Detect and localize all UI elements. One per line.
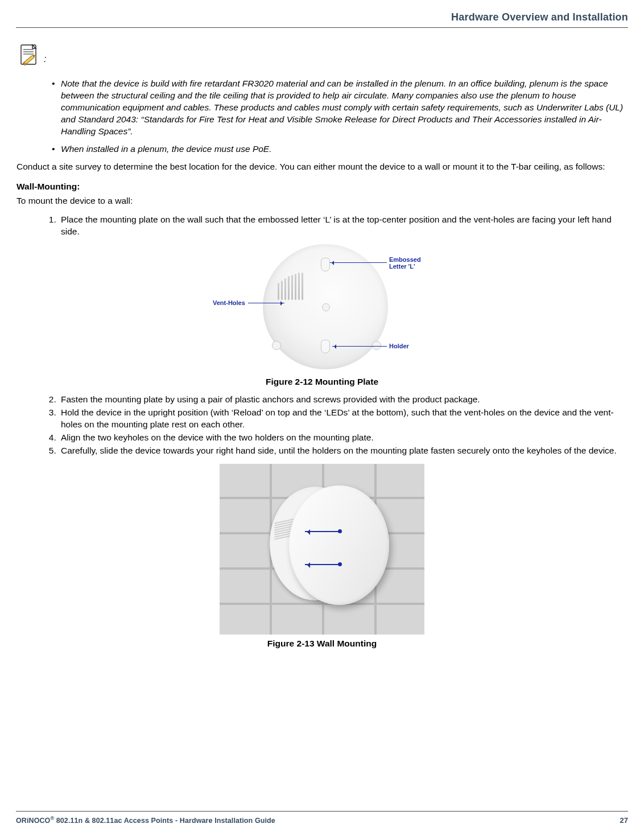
mounting-plate-diagram: Vent-Holes Embossed Letter 'L' Holder: [203, 244, 441, 373]
wall-steps-part2: Fasten the mounting plate by using a pai…: [16, 394, 628, 457]
intro-paragraph: Conduct a site survey to determine the b…: [16, 161, 628, 173]
vent-holes-graphic: [278, 273, 305, 300]
callout-label: Letter 'L': [389, 263, 415, 270]
running-header: Hardware Overview and Installation: [16, 10, 628, 27]
step-item: Align the two keyholes on the device wit…: [59, 432, 628, 444]
figure-wall-mounting: Figure 2-13 Wall Mounting: [16, 464, 628, 650]
wall-mounting-heading: Wall-Mounting:: [16, 181, 628, 193]
page-footer: ORiNOCO® 802.11n & 802.11ac Access Point…: [16, 811, 628, 826]
wall-steps-part1: Place the mounting plate on the wall suc…: [16, 214, 628, 238]
page-content: : Note that the device is build with fir…: [16, 43, 628, 650]
callout-label: Vent-Holes: [213, 299, 245, 306]
step-item: Hold the device in the upright position …: [59, 407, 628, 431]
figure-caption: Figure 2-13 Wall Mounting: [16, 638, 628, 650]
header-rule: [16, 27, 628, 28]
step-item: Fasten the mounting plate by using a pai…: [59, 394, 628, 406]
footer-title: 802.11n & 802.11ac Access Points - Hardw…: [54, 817, 275, 825]
note-bullet-list: Note that the device is build with fire …: [16, 78, 628, 155]
holder-top-graphic: [321, 258, 330, 271]
callout-holder: Holder: [389, 342, 409, 351]
callout-vent-holes: Vent-Holes: [213, 299, 245, 307]
holder-bottom-graphic: [321, 340, 330, 353]
callout-label: Holder: [389, 343, 409, 349]
page-number: 27: [620, 816, 628, 826]
note-bullet: When installed in a plenum, the device m…: [52, 143, 628, 155]
callout-label: Embossed: [389, 256, 421, 263]
note-colon: :: [44, 53, 46, 65]
note-block: :: [16, 43, 628, 70]
step-item: Carefully, slide the device towards your…: [59, 445, 628, 457]
note-icon: [16, 43, 42, 70]
figure-mounting-plate: Vent-Holes Embossed Letter 'L' Holder Fi…: [16, 244, 628, 388]
wall-mounting-lead: To mount the device to a wall:: [16, 195, 628, 207]
figure-caption: Figure 2-12 Mounting Plate: [16, 376, 628, 388]
note-bullet: Note that the device is build with fire …: [52, 78, 628, 138]
step-item: Place the mounting plate on the wall suc…: [59, 214, 628, 238]
footer-brand: ORiNOCO: [16, 817, 50, 825]
footer-rule: [16, 811, 628, 812]
footer-product-line: ORiNOCO® 802.11n & 802.11ac Access Point…: [16, 815, 275, 826]
callout-embossed-l: Embossed Letter 'L': [389, 257, 421, 270]
wall-mounting-diagram: [220, 464, 424, 635]
